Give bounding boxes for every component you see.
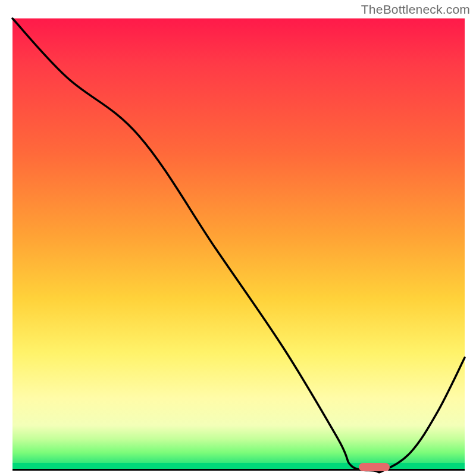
x-axis (12, 469, 465, 471)
curve-svg (12, 18, 465, 471)
watermark-text: TheBottleneck.com (361, 2, 470, 17)
bottleneck-curve (12, 18, 465, 472)
optimum-marker (359, 463, 390, 471)
plot-area (12, 18, 465, 471)
